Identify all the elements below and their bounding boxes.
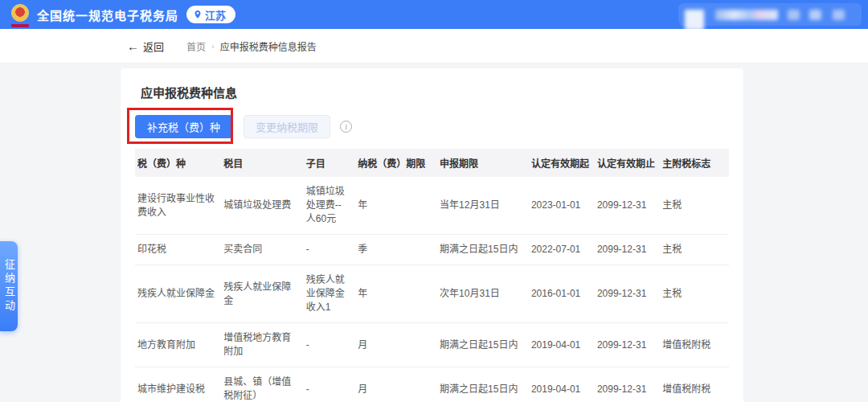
main-card: 应申报税费种信息 补充税（费）种 变更纳税期限 i 税（费）种税目子目纳税（费）… bbox=[121, 68, 743, 402]
table-cell: 残疾人就业保障金收入1 bbox=[304, 265, 355, 323]
table-row: 地方教育附加增值税地方教育附加-月期满之日起15日内2019-04-012099… bbox=[135, 323, 729, 367]
breadcrumb-current: 应申报税费种信息报告 bbox=[220, 39, 317, 53]
table-cell: 建设行政事业性收费收入 bbox=[135, 177, 221, 235]
table-cell: 年 bbox=[355, 177, 437, 235]
back-button[interactable]: ← 返回 bbox=[127, 39, 164, 54]
location-pin-icon bbox=[193, 10, 203, 19]
table-cell: 增值税附税 bbox=[660, 323, 729, 367]
table-cell: 2099-12-31 bbox=[595, 323, 660, 367]
breadcrumb: 首页 › 应申报税费种信息报告 bbox=[186, 39, 317, 53]
user-info-redacted bbox=[678, 3, 862, 26]
sidebar-tab-interaction[interactable]: 征纳互动 bbox=[0, 241, 18, 331]
table-cell: 年 bbox=[355, 265, 437, 323]
column-header: 纳税（费）期限 bbox=[355, 149, 437, 177]
column-header: 认定有效期起 bbox=[529, 149, 595, 177]
table-cell: - bbox=[304, 323, 355, 367]
back-label: 返回 bbox=[143, 39, 164, 54]
app-title: 全国统一规范电子税务局 bbox=[37, 6, 178, 23]
back-arrow-icon: ← bbox=[127, 39, 139, 53]
table-cell: 2099-12-31 bbox=[595, 177, 660, 235]
region-selector[interactable]: 江苏 bbox=[186, 6, 235, 23]
table-cell: 期满之日起15日内 bbox=[437, 323, 529, 367]
table-cell: 期满之日起15日内 bbox=[437, 235, 529, 265]
table-cell: 买卖合同 bbox=[221, 235, 304, 265]
table-cell: 主税 bbox=[660, 265, 729, 323]
column-header: 税（费）种 bbox=[135, 149, 221, 177]
table-cell: 主税 bbox=[660, 177, 729, 235]
table-cell: 期满之日起15日内 bbox=[437, 367, 529, 402]
table-cell: 当年12月31日 bbox=[437, 177, 529, 235]
table-cell: 月 bbox=[355, 323, 437, 367]
table-row: 城市维护建设税县城、镇（增值税附征）-月期满之日起15日内2019-04-012… bbox=[135, 367, 729, 402]
table-cell: 2019-04-01 bbox=[529, 323, 595, 367]
sidebar-tab-label: 征纳互动 bbox=[0, 259, 18, 314]
page-title: 应申报税费种信息 bbox=[135, 68, 729, 100]
breadcrumb-home[interactable]: 首页 bbox=[186, 39, 206, 53]
table-cell: 城市维护建设税 bbox=[135, 367, 221, 402]
table-cell: 残疾人就业保障金 bbox=[221, 265, 304, 323]
column-header: 子目 bbox=[304, 149, 355, 177]
region-label: 江苏 bbox=[205, 7, 226, 23]
table-row: 建设行政事业性收费收入城镇垃圾处理费城镇垃圾处理费--人60元年当年12月31日… bbox=[135, 177, 729, 235]
table-cell: 残疾人就业保障金 bbox=[135, 265, 221, 323]
table-cell: 增值税地方教育附加 bbox=[221, 323, 304, 367]
table-body: 建设行政事业性收费收入城镇垃圾处理费城镇垃圾处理费--人60元年当年12月31日… bbox=[135, 177, 729, 402]
table-cell: 季 bbox=[355, 235, 437, 265]
table-cell: 主税 bbox=[660, 235, 729, 265]
breadcrumb-separator: › bbox=[211, 41, 215, 51]
table-cell: 次年10月31日 bbox=[437, 265, 529, 323]
table-cell: 2019-04-01 bbox=[529, 367, 595, 402]
tax-types-table: 税（费）种税目子目纳税（费）期限申报期限认定有效期起认定有效期止主附税标志 建设… bbox=[135, 149, 729, 402]
breadcrumb-bar: ← 返回 首页 › 应申报税费种信息报告 bbox=[0, 29, 868, 64]
column-header: 认定有效期止 bbox=[595, 149, 660, 177]
table-cell: 月 bbox=[355, 367, 437, 402]
tax-bureau-logo-icon bbox=[10, 4, 31, 25]
table-cell: 县城、镇（增值税附征） bbox=[221, 367, 304, 402]
table-cell: - bbox=[304, 235, 355, 265]
table-row: 残疾人就业保障金残疾人就业保障金残疾人就业保障金收入1年次年10月31日2016… bbox=[135, 265, 729, 323]
table-cell: 城镇垃圾处理费--人60元 bbox=[304, 177, 355, 235]
toolbar: 补充税（费）种 变更纳税期限 i bbox=[135, 114, 729, 138]
table-cell: 印花税 bbox=[135, 235, 221, 265]
column-header: 税目 bbox=[221, 149, 304, 177]
table-cell: 增值税附税 bbox=[660, 367, 729, 402]
table-cell: 2099-12-31 bbox=[595, 235, 660, 265]
table-cell: 2022-07-01 bbox=[529, 235, 595, 265]
table-cell: 2099-12-31 bbox=[595, 367, 660, 402]
table-cell: 2099-12-31 bbox=[595, 265, 660, 323]
column-header: 主附税标志 bbox=[660, 149, 729, 177]
info-icon[interactable]: i bbox=[340, 121, 352, 133]
table-cell: 地方教育附加 bbox=[135, 323, 221, 367]
table-row: 印花税买卖合同-季期满之日起15日内2022-07-012099-12-31主税 bbox=[135, 235, 729, 265]
table-cell: 2016-01-01 bbox=[529, 265, 595, 323]
top-bar: 全国统一规范电子税务局 江苏 bbox=[0, 0, 868, 29]
change-deadline-button[interactable]: 变更纳税期限 bbox=[244, 115, 330, 138]
table-cell: 2023-01-01 bbox=[529, 177, 595, 235]
column-header: 申报期限 bbox=[437, 149, 529, 177]
supplement-tax-button[interactable]: 补充税（费）种 bbox=[135, 115, 232, 138]
table-cell: - bbox=[304, 367, 355, 402]
table-cell: 城镇垃圾处理费 bbox=[221, 177, 304, 235]
table-header-row: 税（费）种税目子目纳税（费）期限申报期限认定有效期起认定有效期止主附税标志 bbox=[135, 149, 729, 177]
